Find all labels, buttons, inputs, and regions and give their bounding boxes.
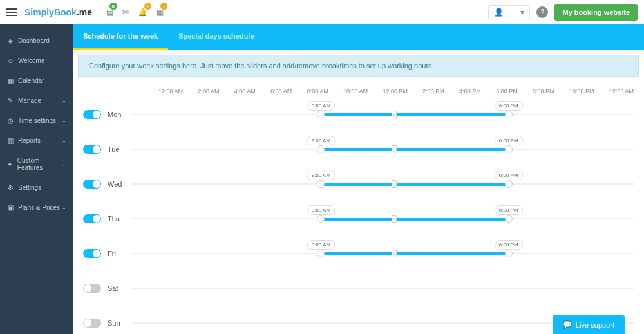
day-toggle[interactable] (83, 145, 101, 154)
user-dropdown[interactable]: 👤▾ (488, 5, 530, 19)
day-label: Wed (108, 180, 127, 188)
sidebar-item-label: Calendar (18, 77, 44, 84)
slider-break-handle[interactable]: ⋮ (392, 180, 397, 188)
sidebar-item-label: Reports (18, 137, 41, 144)
chevron-down-icon: ⌄ (62, 205, 66, 210)
slider-start-handle[interactable] (317, 145, 325, 153)
notification-badge: 5 (109, 3, 117, 10)
day-toggle[interactable] (83, 284, 101, 293)
slider-range (321, 148, 508, 151)
sidebar-item-dashboard[interactable]: ◈Dashboard (0, 31, 73, 51)
slider-end-handle[interactable] (505, 250, 513, 257)
chevron-down-icon: ⌄ (62, 162, 66, 167)
logo-suffix: .me (77, 7, 92, 17)
day-row-fri: Fri9:00 AM⋮6:00 PM (73, 236, 644, 271)
start-time-label: 9:00 AM (307, 240, 335, 250)
slider-break-handle[interactable]: ⋮ (392, 215, 397, 223)
sidebar-item-calendar[interactable]: ▦Calendar (0, 71, 73, 91)
start-time-label: 9:00 AM (307, 101, 335, 111)
main-content: Schedule for the week Special days sched… (73, 24, 644, 334)
slider-end-handle[interactable] (505, 111, 513, 118)
timeline: 12:00 AM2:00 AM4:00 AM6:00 AM8:00 AM10:0… (73, 82, 644, 97)
slider-track[interactable]: 9:00 AM⋮6:00 PM (133, 218, 634, 219)
slider-track[interactable]: 9:00 AM⋮6:00 PM (133, 149, 634, 150)
day-toggle[interactable] (83, 249, 101, 258)
hamburger-icon[interactable] (6, 8, 17, 16)
chevron-down-icon: ⌄ (62, 138, 66, 144)
end-time-label: 6:00 PM (495, 205, 523, 215)
slider-track[interactable]: 9:00 AM⋮6:00 PM (133, 114, 634, 115)
slider-track[interactable]: 9:00 AM⋮6:00 PM (133, 253, 634, 254)
timeline-tick: 2:00 PM (422, 88, 444, 95)
mail-icon[interactable]: ✉ (122, 8, 129, 17)
slider-start-handle[interactable] (317, 180, 325, 188)
day-toggle[interactable] (83, 214, 101, 223)
day-toggle[interactable] (83, 319, 101, 328)
sidebar-item-reports[interactable]: ▥Reports⌄ (0, 131, 73, 151)
sidebar-item-label: Settings (18, 184, 41, 191)
slider-start-handle[interactable] (317, 250, 325, 257)
sidebar-icon: ▦ (6, 77, 14, 84)
day-label: Fri (108, 250, 127, 257)
sidebar-icon: ▣ (6, 204, 14, 211)
start-time-label: 9:00 AM (307, 136, 335, 145)
tab-schedule-week[interactable]: Schedule for the week (73, 24, 168, 50)
timeline-tick: 12:00 AM (158, 88, 183, 95)
end-time-label: 6:00 PM (495, 171, 523, 180)
cal-badge: • (160, 3, 167, 10)
day-toggle[interactable] (83, 110, 101, 119)
end-time-label: 6:00 PM (495, 136, 523, 145)
slider-track[interactable]: 9:00 AM⋮6:00 PM (133, 183, 634, 185)
logo[interactable]: SimplyBook.me (24, 7, 92, 17)
timeline-tick: 12:00 PM (383, 88, 408, 95)
sidebar-item-settings[interactable]: ⚙Settings (0, 178, 73, 198)
slider-start-handle[interactable] (317, 215, 325, 223)
day-label: Mon (108, 111, 127, 118)
slider-range (321, 252, 508, 255)
sidebar-item-welcome[interactable]: ☺Welcome (0, 51, 73, 71)
sidebar-item-label: Manage (18, 97, 41, 104)
help-icon[interactable]: ? (536, 6, 548, 18)
booking-website-button[interactable]: My booking website (554, 4, 638, 21)
slider-track[interactable] (133, 288, 634, 289)
slider-break-handle[interactable]: ⋮ (392, 250, 397, 257)
end-time-label: 6:00 PM (495, 101, 523, 111)
timeline-tick: 8:00 AM (307, 88, 328, 95)
sidebar-icon: ✦ (6, 161, 14, 168)
chat-icon: 💬 (563, 320, 572, 329)
sidebar-item-label: Custom Features (17, 157, 62, 171)
logo-text: SimplyBook (24, 7, 77, 17)
slider-end-handle[interactable] (505, 180, 513, 188)
day-toggle[interactable] (83, 180, 101, 189)
sidebar-item-time-settings[interactable]: ◷Time settings⌄ (0, 111, 73, 131)
sidebar-item-plans-&-prices[interactable]: ▣Plans & Prices⌄ (0, 198, 73, 218)
tab-special-days[interactable]: Special days schedule (168, 24, 264, 50)
timeline-tick: 10:00 PM (569, 88, 594, 95)
sidebar-item-custom-features[interactable]: ✦Custom Features⌄ (0, 151, 73, 178)
alert-badge: • (144, 3, 151, 10)
sidebar-icon: ◷ (6, 117, 14, 124)
timeline-tick: 6:00 PM (496, 88, 518, 95)
live-support-button[interactable]: 💬Live support (553, 315, 625, 334)
tabs: Schedule for the week Special days sched… (73, 24, 644, 50)
calendar-icon[interactable]: ▦• (156, 8, 164, 17)
timeline-tick: 8:00 PM (533, 88, 554, 95)
slider-break-handle[interactable]: ⋮ (392, 145, 397, 153)
sidebar-item-label: Dashboard (18, 37, 50, 44)
slider-end-handle[interactable] (505, 215, 513, 223)
slider-start-handle[interactable] (317, 111, 325, 118)
timeline-tick: 6:00 AM (270, 88, 292, 95)
slider-break-handle[interactable]: ⋮ (392, 111, 397, 118)
bell-icon[interactable]: 🔔• (138, 8, 147, 17)
sidebar-icon: ▥ (6, 137, 14, 144)
sidebar-item-manage[interactable]: ✎Manage⌄ (0, 91, 73, 111)
header-left: SimplyBook.me ▤5 ✉ 🔔• ▦• (6, 7, 164, 17)
sidebar: ◈Dashboard☺Welcome▦Calendar✎Manage⌄◷Time… (0, 24, 73, 334)
day-label: Sun (108, 319, 127, 327)
list-icon[interactable]: ▤5 (106, 8, 113, 17)
app-header: SimplyBook.me ▤5 ✉ 🔔• ▦• 👤▾ ? My booking… (0, 0, 644, 24)
header-right: 👤▾ ? My booking website (488, 4, 638, 21)
slider-end-handle[interactable] (505, 145, 513, 153)
chevron-down-icon: ▾ (520, 8, 524, 17)
sidebar-icon: ☺ (6, 57, 14, 64)
